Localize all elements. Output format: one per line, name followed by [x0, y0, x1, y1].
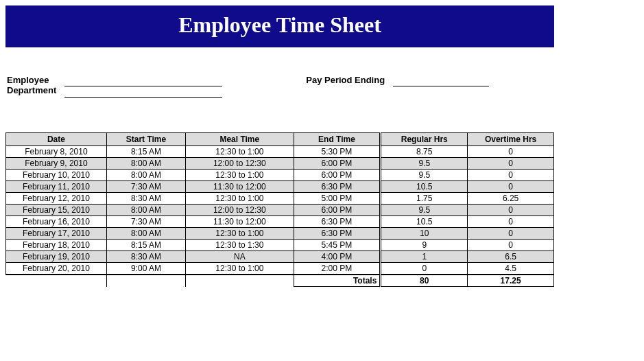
cell-overtime: 0 — [468, 205, 554, 216]
cell-meal: 12:30 to 1:00 — [186, 170, 294, 181]
cell-end: 6:00 PM — [294, 205, 381, 216]
cell-date: February 16, 2010 — [6, 216, 107, 228]
cell-regular: 10.5 — [381, 181, 468, 193]
employee-field[interactable] — [64, 75, 222, 86]
cell-meal: 12:30 to 1:00 — [186, 193, 294, 205]
totals-blank — [6, 275, 107, 287]
cell-meal: 12:00 to 12:30 — [186, 205, 294, 216]
cell-regular: 1 — [381, 251, 468, 263]
col-meal: Meal Time — [186, 133, 294, 146]
cell-date: February 10, 2010 — [6, 170, 107, 181]
cell-date: February 8, 2010 — [6, 146, 107, 158]
cell-overtime: 0 — [468, 228, 554, 240]
cell-end: 5:00 PM — [294, 193, 381, 205]
table-row: February 19, 20108:30 AMNA4:00 PM16.5 — [6, 251, 554, 263]
cell-end: 5:45 PM — [294, 240, 381, 251]
cell-meal: 12:30 to 1:30 — [186, 240, 294, 251]
cell-overtime: 4.5 — [468, 263, 554, 275]
cell-start: 8:00 AM — [106, 205, 185, 216]
cell-start: 7:30 AM — [106, 216, 185, 228]
totals-blank — [186, 275, 294, 287]
cell-end: 6:30 PM — [294, 216, 381, 228]
employee-label: Employee — [7, 75, 56, 85]
cell-meal: 12:30 to 1:00 — [186, 263, 294, 275]
cell-meal: 11:30 to 12:00 — [186, 181, 294, 193]
table-row: February 15, 20108:00 AM12:00 to 12:306:… — [6, 205, 554, 216]
cell-date: February 18, 2010 — [6, 240, 107, 251]
cell-regular: 0 — [381, 263, 468, 275]
table-row: February 16, 20107:30 AM11:30 to 12:006:… — [6, 216, 554, 228]
cell-date: February 15, 2010 — [6, 205, 107, 216]
cell-date: February 11, 2010 — [6, 181, 107, 193]
cell-overtime: 0 — [468, 158, 554, 170]
cell-start: 8:00 AM — [106, 228, 185, 240]
table-row: February 10, 20108:00 AM12:30 to 1:006:0… — [6, 170, 554, 181]
cell-start: 9:00 AM — [106, 263, 185, 275]
cell-regular: 8.75 — [381, 146, 468, 158]
totals-regular: 80 — [381, 275, 468, 287]
cell-start: 7:30 AM — [106, 181, 185, 193]
cell-date: February 9, 2010 — [6, 158, 107, 170]
table-row: February 11, 20107:30 AM11:30 to 12:006:… — [6, 181, 554, 193]
col-end: End Time — [294, 133, 381, 146]
table-row: February 17, 20108:00 AM12:30 to 1:006:3… — [6, 228, 554, 240]
department-field[interactable] — [64, 86, 222, 98]
cell-meal: 12:30 to 1:00 — [186, 146, 294, 158]
cell-regular: 10.5 — [381, 216, 468, 228]
cell-start: 8:15 AM — [106, 146, 185, 158]
cell-end: 6:00 PM — [294, 170, 381, 181]
cell-regular: 9 — [381, 240, 468, 251]
cell-overtime: 6.5 — [468, 251, 554, 263]
cell-overtime: 0 — [468, 240, 554, 251]
cell-regular: 9.5 — [381, 170, 468, 181]
cell-start: 8:30 AM — [106, 193, 185, 205]
table-row: February 20, 20109:00 AM12:30 to 1:002:0… — [6, 263, 554, 275]
table-row: February 9, 20108:00 AM12:00 to 12:306:0… — [6, 158, 554, 170]
cell-meal: NA — [186, 251, 294, 263]
header-fields: Employee Department Pay Period Ending — [5, 75, 554, 98]
col-date: Date — [6, 133, 107, 146]
totals-overtime: 17.25 — [468, 275, 554, 287]
cell-regular: 1.75 — [381, 193, 468, 205]
cell-end: 6:30 PM — [294, 228, 381, 240]
cell-end: 4:00 PM — [294, 251, 381, 263]
cell-overtime: 0 — [468, 146, 554, 158]
page-title: Employee Time Sheet — [5, 5, 554, 47]
table-row: February 12, 20108:30 AM12:30 to 1:005:0… — [6, 193, 554, 205]
table-row: February 8, 20108:15 AM12:30 to 1:005:30… — [6, 146, 554, 158]
cell-date: February 12, 2010 — [6, 193, 107, 205]
totals-label: Totals — [294, 275, 381, 287]
cell-end: 2:00 PM — [294, 263, 381, 275]
cell-start: 8:00 AM — [106, 170, 185, 181]
cell-regular: 10 — [381, 228, 468, 240]
totals-blank — [106, 275, 185, 287]
cell-overtime: 0 — [468, 170, 554, 181]
cell-regular: 9.5 — [381, 158, 468, 170]
cell-end: 5:30 PM — [294, 146, 381, 158]
cell-overtime: 6.25 — [468, 193, 554, 205]
timesheet-table: Date Start Time Meal Time End Time Regul… — [5, 132, 554, 287]
pay-period-label: Pay Period Ending — [306, 75, 385, 85]
cell-meal: 12:30 to 1:00 — [186, 228, 294, 240]
cell-start: 8:00 AM — [106, 158, 185, 170]
table-row: February 18, 20108:15 AM12:30 to 1:305:4… — [6, 240, 554, 251]
cell-start: 8:30 AM — [106, 251, 185, 263]
cell-date: February 19, 2010 — [6, 251, 107, 263]
cell-meal: 12:00 to 12:30 — [186, 158, 294, 170]
col-regular: Regular Hrs — [381, 133, 468, 146]
cell-date: February 17, 2010 — [6, 228, 107, 240]
department-label: Department — [7, 85, 56, 95]
totals-row: Totals8017.25 — [6, 275, 554, 287]
cell-end: 6:30 PM — [294, 181, 381, 193]
cell-meal: 11:30 to 12:00 — [186, 216, 294, 228]
cell-regular: 9.5 — [381, 205, 468, 216]
pay-period-field[interactable] — [393, 75, 489, 86]
cell-start: 8:15 AM — [106, 240, 185, 251]
cell-end: 6:00 PM — [294, 158, 381, 170]
cell-date: February 20, 2010 — [6, 263, 107, 275]
cell-overtime: 0 — [468, 181, 554, 193]
cell-overtime: 0 — [468, 216, 554, 228]
table-header-row: Date Start Time Meal Time End Time Regul… — [6, 133, 554, 146]
col-start: Start Time — [106, 133, 185, 146]
col-overtime: Overtime Hrs — [468, 133, 554, 146]
